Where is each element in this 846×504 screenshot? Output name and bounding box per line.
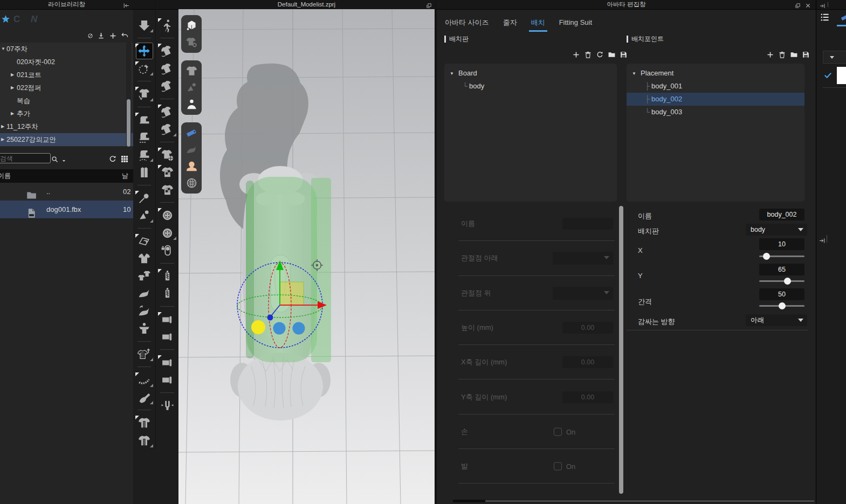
expand-arrow-icon[interactable]: ▶: [11, 107, 14, 120]
garment-measure-tool[interactable]: [133, 414, 155, 432]
tree-item-Board[interactable]: ▼Board: [444, 67, 617, 80]
show-environment-toggle[interactable]: [181, 175, 202, 191]
viewport-canvas[interactable]: [178, 9, 435, 504]
scene-tab-icon[interactable]: [840, 12, 846, 23]
placement-board[interactable]: [246, 177, 331, 362]
placement-point-selected[interactable]: [251, 320, 265, 334]
dock-expand-icon[interactable]: [819, 1, 826, 10]
library-collapse-icon[interactable]: [123, 1, 130, 10]
texture-edit-tool[interactable]: [156, 163, 178, 181]
point-wrap-select[interactable]: 아래: [746, 314, 807, 326]
file-row-dog001.fbx[interactable]: dog001.fbx10: [0, 201, 133, 218]
select-brush-tool[interactable]: [133, 60, 155, 78]
add-button[interactable]: [572, 50, 580, 59]
slider-handle[interactable]: [763, 253, 770, 260]
tree-item-body_001[interactable]: ├body_001: [627, 80, 804, 93]
reset-button[interactable]: [596, 50, 604, 59]
expand-arrow-icon[interactable]: ▶: [11, 81, 14, 94]
texture-tool[interactable]: [156, 181, 178, 199]
joint-below-select[interactable]: [553, 252, 613, 265]
expand-arrow-icon[interactable]: ▼: [632, 67, 636, 80]
save-button[interactable]: [802, 50, 810, 59]
placement-point[interactable]: [273, 322, 286, 335]
show-fabric-toggle[interactable]: [181, 125, 202, 141]
grid-view-icon[interactable]: [120, 154, 129, 163]
expand-arrow-icon[interactable]: ▶: [11, 68, 14, 81]
piping-tool[interactable]: [156, 371, 178, 389]
fitting-sewing-tool[interactable]: [133, 163, 155, 181]
binding-place-tool[interactable]: [156, 310, 178, 328]
expand-arrow-icon[interactable]: ▶: [1, 133, 4, 146]
tree-item-body_002[interactable]: ├body_002: [627, 93, 804, 106]
segment-sewing-tool[interactable]: [133, 111, 155, 129]
show-garment-toggle[interactable]: [181, 63, 202, 79]
point-name-input[interactable]: body_002: [759, 209, 804, 220]
expand-arrow-icon[interactable]: ▼: [450, 67, 454, 80]
layer-clone-tool[interactable]: [133, 267, 155, 285]
delete-button[interactable]: [584, 50, 592, 59]
save-button[interactable]: [620, 50, 628, 59]
clamp-tool[interactable]: [156, 397, 178, 415]
search-options-caret-icon[interactable]: [61, 156, 66, 165]
y-length-input[interactable]: 0.00: [562, 391, 613, 403]
measure-tape-tool[interactable]: [133, 389, 155, 406]
button-place-tool[interactable]: [156, 206, 178, 224]
fabric-assign-tool[interactable]: [156, 146, 178, 164]
joint-above-select[interactable]: [553, 287, 613, 300]
add-button[interactable]: [766, 50, 774, 59]
point-gap-input[interactable]: 50: [759, 288, 804, 300]
gizmo-z-handle[interactable]: [267, 315, 273, 321]
clo-logo-icon[interactable]: C: [13, 14, 20, 25]
pin-box-tool[interactable]: [133, 206, 155, 224]
point-x-input[interactable]: 10: [759, 238, 804, 250]
add-icon[interactable]: [109, 31, 117, 40]
free-sewing-tool[interactable]: [133, 146, 155, 164]
column-name[interactable]: 이름: [0, 169, 11, 183]
object-list-tab-icon[interactable]: [820, 12, 830, 23]
hands-checkbox[interactable]: [554, 427, 562, 436]
tree-item-body[interactable]: └body: [444, 80, 617, 93]
feet-checkbox[interactable]: [554, 462, 562, 471]
sidebar-folder-11_12주차[interactable]: ▶11_12주차: [0, 120, 133, 133]
height-input[interactable]: 0.00: [562, 322, 613, 334]
expand-arrow-icon[interactable]: ▶: [1, 120, 4, 133]
flatten-tool[interactable]: [133, 285, 155, 302]
tab-배치[interactable]: 배치: [531, 15, 545, 31]
download-icon[interactable]: [97, 31, 105, 40]
zipper-tool[interactable]: [156, 285, 178, 302]
dock-filter-dropdown[interactable]: [823, 51, 846, 64]
point-x-slider[interactable]: [759, 253, 804, 260]
sidebar-folder-022점퍼[interactable]: ▶022점퍼: [0, 81, 133, 94]
show-avatar-head-toggle[interactable]: [181, 158, 202, 175]
tab-아바타 사이즈[interactable]: 아바타 사이즈: [445, 15, 489, 31]
sidebar-folder-07주차[interactable]: ▼07주차: [0, 43, 133, 56]
show-flatten-toggle[interactable]: [181, 141, 202, 158]
dock-collapse-arrow-icon[interactable]: [819, 236, 826, 245]
show-pin-toggle[interactable]: [181, 79, 202, 96]
delete-button[interactable]: [778, 50, 786, 59]
form-scrollbar[interactable]: [619, 206, 623, 494]
slider-handle[interactable]: [784, 278, 791, 285]
flatten-rotate-tool[interactable]: [133, 302, 155, 320]
point-gap-slider[interactable]: [759, 302, 804, 309]
garment-measure-edit-tool[interactable]: [133, 432, 155, 450]
tree-item-body_003[interactable]: └body_003: [627, 106, 804, 119]
open-button[interactable]: [790, 50, 798, 59]
refresh-icon[interactable]: [108, 154, 117, 163]
tack-tool[interactable]: [156, 60, 178, 78]
gizmo-plane-handle[interactable]: [280, 282, 304, 305]
buttonhole-tool[interactable]: [156, 241, 178, 259]
binding-tool[interactable]: [156, 328, 178, 346]
slider-handle[interactable]: [779, 302, 786, 309]
piping-place-tool[interactable]: [156, 354, 178, 371]
import-tool[interactable]: [133, 17, 155, 34]
search-input[interactable]: [0, 153, 51, 163]
pin-tool[interactable]: [133, 189, 155, 207]
drape-tool[interactable]: [133, 320, 155, 337]
untack-tool[interactable]: [156, 77, 178, 95]
sidebar-folder-추가[interactable]: ▶추가: [0, 107, 133, 120]
collar-arrangement-tool[interactable]: [133, 250, 155, 267]
placement-point[interactable]: [293, 322, 305, 335]
attach-to-garment-tool[interactable]: [156, 103, 178, 121]
tree-item-Placement[interactable]: ▼Placement: [627, 67, 804, 80]
